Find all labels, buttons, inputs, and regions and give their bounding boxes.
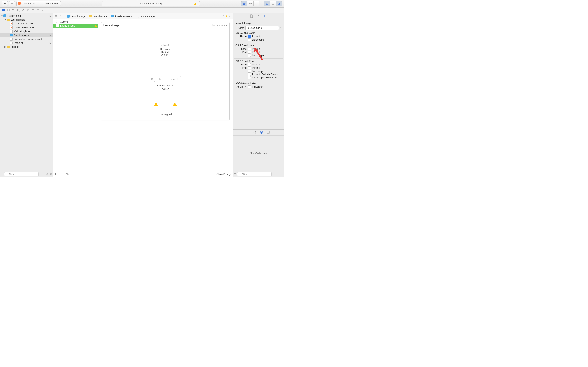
svg-rect-6 [272, 4, 274, 4]
project-navigator-tab[interactable] [2, 8, 5, 12]
issue-icon[interactable] [225, 16, 228, 17]
checkbox-row: iPad Portrait [233, 50, 283, 54]
scm-filter-icon[interactable]: ▣ [50, 173, 52, 175]
debug-navigator-tab[interactable] [32, 9, 35, 12]
attributes-inspector-tab[interactable] [263, 15, 267, 18]
tree-row[interactable]: LaunchScreen.storyboard [0, 37, 53, 41]
checkbox[interactable] [248, 51, 251, 54]
image-slot[interactable]: iPhone X [159, 31, 172, 46]
media-library-tab[interactable] [267, 131, 270, 134]
checkbox-label: Landscape [252, 54, 282, 57]
disclosure-icon[interactable]: ▼ [1, 15, 3, 17]
asset-label: AppIcon [60, 20, 69, 23]
toggle-navigator-button[interactable] [264, 1, 270, 6]
file-template-library-tab[interactable] [247, 131, 250, 134]
asset-icon [56, 20, 59, 24]
breadcrumb-item[interactable]: LaunchImage [137, 15, 155, 18]
quick-help-tab[interactable]: ? [257, 15, 260, 18]
checkbox-row: Landscape [233, 54, 283, 57]
add-asset-button[interactable]: + [54, 172, 56, 176]
checkbox[interactable] [248, 35, 251, 38]
show-slicing-button[interactable]: Show Slicing [216, 173, 231, 175]
checkbox-row: Apple TV Fullscreen [233, 85, 283, 89]
stop-button[interactable] [9, 1, 15, 6]
file-inspector-tab[interactable] [250, 15, 253, 18]
disclosure-icon[interactable]: ▼ [4, 18, 7, 21]
tree-row[interactable]: ViewController.swift [0, 25, 53, 29]
image-slot[interactable]: Retina HD 5.5" [149, 65, 163, 83]
breadcrumb-item[interactable]: LaunchImage [89, 15, 108, 18]
tree-row[interactable]: ▼ LaunchImage M [0, 14, 53, 18]
launch-image-card[interactable]: LaunchImage Launch Image iPhone X iPhone… [101, 22, 230, 120]
tree-row[interactable]: ▶ Products [0, 45, 53, 49]
scheme-selector[interactable]: LaunchImage 〉 iPhone 8 Plus [16, 1, 61, 6]
svg-point-13 [17, 9, 19, 11]
forward-button[interactable]: 〉 [61, 15, 66, 18]
next-issue-button[interactable]: 〉 [229, 15, 231, 18]
tree-label: Main.storyboard [14, 30, 52, 33]
tree-row[interactable]: Assets.xcassets M [0, 33, 53, 37]
run-button[interactable] [2, 1, 8, 6]
image-slot[interactable]: Retina HD 4.7" [168, 65, 182, 83]
breakpoint-navigator-tab[interactable] [36, 9, 39, 12]
toggle-debug-button[interactable] [270, 1, 276, 6]
symbol-navigator-tab[interactable] [12, 9, 15, 12]
source-control-navigator-tab[interactable] [7, 9, 10, 12]
add-button[interactable]: + [1, 172, 3, 176]
checkbox[interactable] [248, 38, 251, 41]
back-button[interactable]: 〈 [59, 15, 61, 18]
toggle-inspector-button[interactable] [276, 1, 282, 6]
checkbox[interactable] [248, 73, 251, 76]
tree-label: Products [11, 45, 52, 48]
asset-list-item[interactable]: LaunchImage [53, 24, 98, 27]
activity-status[interactable]: Loading LaunchImage 1 [102, 1, 200, 6]
assistant-editor-button[interactable] [247, 1, 253, 6]
library-filter-input[interactable] [237, 172, 272, 176]
issue-navigator-tab[interactable] [22, 9, 25, 12]
toolbar: LaunchImage 〉 iPhone 8 Plus Loading Laun… [0, 0, 284, 8]
inspector-group-title: iOS 6.0 and Prior [233, 58, 283, 63]
inspector-panel: ? Launch Image Name ⊖ iOS 8.0 and Later … [233, 13, 284, 177]
related-items-icon[interactable]: ⊞ [53, 15, 59, 18]
asset-canvas: LaunchImage Launch Image iPhone X iPhone… [98, 19, 233, 177]
image-slot[interactable] [168, 98, 182, 111]
clear-name-icon[interactable]: ⊖ [279, 26, 282, 29]
report-navigator-tab[interactable] [42, 9, 44, 12]
checkbox-row: Landscape [233, 69, 283, 73]
tree-row[interactable]: ▼ LaunchImage [0, 18, 53, 22]
checkbox[interactable] [248, 70, 251, 73]
breadcrumb-item[interactable]: LaunchImage [67, 15, 85, 18]
find-navigator-tab[interactable] [17, 9, 20, 12]
file-icon [10, 38, 13, 41]
slot-group: iPhone X iPhone XPortraitiOS 11+ [103, 31, 227, 61]
scheme-target-label: LaunchImage [21, 2, 36, 5]
standard-editor-button[interactable] [241, 1, 247, 6]
disclosure-icon[interactable]: ▶ [4, 46, 7, 48]
asset-list-item[interactable]: AppIcon [53, 20, 98, 24]
checkbox[interactable] [248, 76, 251, 79]
tree-row[interactable]: AppDelegate.swift [0, 22, 53, 25]
checkbox[interactable] [248, 67, 251, 69]
tree-row[interactable]: Info.plist M [0, 41, 53, 45]
file-icon [7, 45, 10, 49]
test-navigator-tab[interactable] [27, 9, 30, 12]
version-editor-button[interactable] [253, 1, 259, 6]
tree-row[interactable]: Main.storyboard [0, 29, 53, 33]
checkbox[interactable] [248, 63, 251, 66]
tree-label: AppDelegate.swift [14, 22, 52, 25]
svg-text:?: ? [258, 15, 259, 17]
breadcrumb-item[interactable]: Assets.xcassets [112, 15, 132, 18]
checkbox[interactable] [248, 48, 251, 50]
checkbox[interactable] [248, 54, 251, 57]
asset-filter-input[interactable] [61, 172, 95, 176]
image-slot[interactable] [149, 98, 163, 111]
code-snippet-library-tab[interactable] [253, 131, 256, 134]
library-view-grid[interactable]: ⊞ [234, 173, 236, 175]
checkbox[interactable] [248, 85, 251, 88]
navigator-filter-input[interactable] [4, 172, 39, 176]
recent-filter-icon[interactable]: ◷ [46, 173, 48, 175]
object-library-tab[interactable] [260, 131, 263, 134]
remove-asset-button[interactable]: − [58, 172, 60, 176]
asset-name-input[interactable] [245, 26, 279, 30]
prev-issue-button[interactable]: 〈 [222, 15, 224, 18]
